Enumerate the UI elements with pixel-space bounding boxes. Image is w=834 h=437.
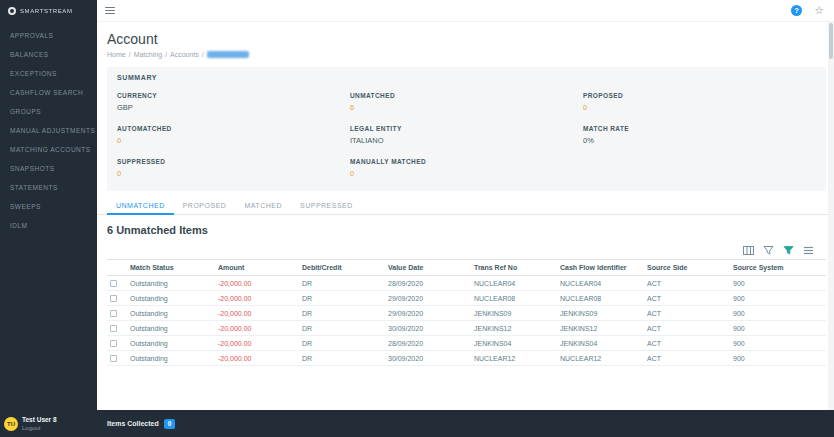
cell-trans-ref: JENKINS09 — [471, 306, 557, 321]
breadcrumb-separator: / — [165, 51, 167, 58]
row-select-cell — [107, 351, 127, 366]
col-trans-ref-no[interactable]: Trans Ref No — [471, 260, 557, 276]
cell-value-date: 28/09/2020 — [385, 276, 471, 291]
tab-matched[interactable]: MATCHED — [235, 197, 291, 215]
breadcrumb-home[interactable]: Home — [107, 51, 126, 58]
col-match-status[interactable]: Match Status — [127, 260, 215, 276]
vertical-scrollbar[interactable] — [828, 22, 834, 410]
table-row[interactable]: Outstanding -20,000.00 DR 28/09/2020 JEN… — [107, 336, 826, 351]
breadcrumb-matching[interactable]: Matching — [134, 51, 162, 58]
cell-amount: -20,000.00 — [215, 291, 299, 306]
sidebar-item-exceptions[interactable]: EXCEPTIONS — [0, 64, 97, 83]
sidebar-item-statements[interactable]: STATEMENTS — [0, 178, 97, 197]
col-source-side[interactable]: Source Side — [644, 260, 730, 276]
cell-value-date: 29/09/2020 — [385, 291, 471, 306]
select-all-header — [107, 260, 127, 276]
cell-source-system: 900 — [730, 336, 826, 351]
field-value: GBP — [117, 103, 350, 112]
table-row[interactable]: Outstanding -20,000.00 DR 28/09/2020 NUC… — [107, 276, 826, 291]
field-label: AUTOMATCHED — [117, 125, 350, 132]
sidebar-item-idlm[interactable]: IDLM — [0, 216, 97, 235]
sidebar-item-cashflow-search[interactable]: CASHFLOW SEARCH — [0, 83, 97, 102]
menu-toggle-icon[interactable] — [105, 5, 115, 16]
col-value-date[interactable]: Value Date — [385, 260, 471, 276]
row-checkbox[interactable] — [110, 295, 117, 302]
help-icon[interactable]: ? — [791, 5, 802, 16]
cell-value-date: 30/09/2020 — [385, 321, 471, 336]
cell-value-date: 30/09/2020 — [385, 351, 471, 366]
cell-value-date: 29/09/2020 — [385, 306, 471, 321]
page-title: Account — [107, 31, 818, 47]
row-checkbox[interactable] — [110, 355, 117, 362]
grid-menu-icon[interactable] — [803, 245, 814, 256]
row-select-cell — [107, 291, 127, 306]
summary-title: SUMMARY — [117, 74, 816, 81]
row-select-cell — [107, 276, 127, 291]
unmatched-items-table: Match Status Amount Debit/Credit Value D… — [107, 259, 826, 366]
field-label: UNMATCHED — [350, 92, 583, 99]
cell-amount: -20,000.00 — [215, 276, 299, 291]
cell-trans-ref: NUCLEAR08 — [471, 291, 557, 306]
summary-panel: SUMMARY CURRENCY GBP UNMATCHED 6 PROPOSE… — [107, 67, 826, 191]
cell-amount: -20,000.00 — [215, 336, 299, 351]
table-row[interactable]: Outstanding -20,000.00 DR 29/09/2020 JEN… — [107, 306, 826, 321]
summary-grid: CURRENCY GBP UNMATCHED 6 PROPOSED 0 AUTO… — [117, 92, 816, 178]
sidebar-item-snapshots[interactable]: SNAPSHOTS — [0, 159, 97, 178]
field-label: PROPOSED — [583, 92, 816, 99]
row-select-cell — [107, 321, 127, 336]
tab-proposed[interactable]: PROPOSED — [174, 197, 236, 215]
filter-builder-icon[interactable] — [763, 245, 774, 256]
cell-cash-flow-id: NUCLEAR12 — [557, 351, 644, 366]
col-debit-credit[interactable]: Debit/Credit — [299, 260, 385, 276]
breadcrumb-separator: / — [202, 51, 204, 58]
cell-cash-flow-id: NUCLEAR08 — [557, 291, 644, 306]
cell-trans-ref: NUCLEAR04 — [471, 276, 557, 291]
sidebar-item-approvals[interactable]: APPROVALS — [0, 26, 97, 45]
tab-suppressed[interactable]: SUPPRESSED — [291, 197, 362, 215]
user-name: Test User 8 — [22, 416, 57, 424]
cell-match-status: Outstanding — [127, 291, 215, 306]
cell-match-status: Outstanding — [127, 336, 215, 351]
tab-unmatched[interactable]: UNMATCHED — [107, 197, 174, 215]
table-row[interactable]: Outstanding -20,000.00 DR 30/09/2020 NUC… — [107, 351, 826, 366]
field-value: ITALIANO — [350, 136, 583, 145]
user-avatar[interactable]: TU — [4, 417, 18, 431]
col-cash-flow-identifier[interactable]: Cash Flow Identifier — [557, 260, 644, 276]
row-checkbox[interactable] — [110, 280, 117, 287]
app-root: SMARTSTREAM APPROVALS BALANCES EXCEPTION… — [0, 0, 834, 437]
items-collected: Items Collected 0 — [107, 419, 175, 429]
field-value: 0 — [583, 103, 816, 112]
sidebar-item-manual-adjustments[interactable]: MANUAL ADJUSTMENTS — [0, 121, 97, 140]
cell-debit-credit: DR — [299, 351, 385, 366]
cell-amount: -20,000.00 — [215, 306, 299, 321]
cell-source-side: ACT — [644, 321, 730, 336]
sidebar-item-groups[interactable]: GROUPS — [0, 102, 97, 121]
column-chooser-icon[interactable] — [743, 245, 754, 256]
cell-trans-ref: NUCLEAR12 — [471, 351, 557, 366]
cell-match-status: Outstanding — [127, 306, 215, 321]
breadcrumb-accounts[interactable]: Accounts — [170, 51, 199, 58]
cell-match-status: Outstanding — [127, 351, 215, 366]
table-row[interactable]: Outstanding -20,000.00 DR 29/09/2020 NUC… — [107, 291, 826, 306]
cell-amount: -20,000.00 — [215, 321, 299, 336]
favorite-star-icon[interactable]: ☆ — [814, 5, 824, 16]
field-label: MATCH RATE — [583, 125, 816, 132]
match-status-tabs: UNMATCHED PROPOSED MATCHED SUPPRESSED — [97, 197, 828, 215]
cell-source-side: ACT — [644, 336, 730, 351]
sidebar-item-matching-accounts[interactable]: MATCHING ACCOUNTS — [0, 140, 97, 159]
logout-link[interactable]: Logout — [22, 424, 57, 432]
sidebar-item-sweeps[interactable]: SWEEPS — [0, 197, 97, 216]
filter-active-icon[interactable] — [783, 245, 794, 256]
cell-amount: -20,000.00 — [215, 351, 299, 366]
summary-field-currency: CURRENCY GBP — [117, 92, 350, 112]
scrollbar-thumb[interactable] — [829, 23, 833, 59]
cell-value-date: 28/09/2020 — [385, 336, 471, 351]
table-row[interactable]: Outstanding -20,000.00 DR 30/09/2020 JEN… — [107, 321, 826, 336]
row-checkbox[interactable] — [110, 310, 117, 317]
row-checkbox[interactable] — [110, 340, 117, 347]
row-checkbox[interactable] — [110, 325, 117, 332]
col-amount[interactable]: Amount — [215, 260, 299, 276]
sidebar-item-balances[interactable]: BALANCES — [0, 45, 97, 64]
items-collected-count-badge: 0 — [164, 419, 176, 429]
col-source-system[interactable]: Source System — [730, 260, 826, 276]
